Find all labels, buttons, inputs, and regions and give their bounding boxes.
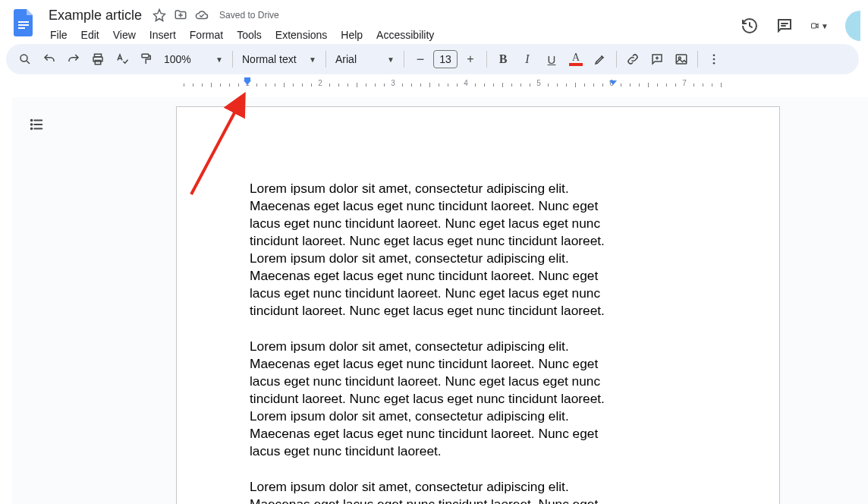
font-value: Arial	[335, 53, 357, 65]
menu-accessibility[interactable]: Accessibility	[370, 26, 440, 44]
more-icon[interactable]	[703, 48, 725, 71]
search-menus-icon[interactable]	[14, 48, 36, 71]
title-area: Example article Saved to Drive File Edit…	[44, 6, 440, 46]
menu-extensions[interactable]: Extensions	[269, 26, 333, 44]
toolbar: 100% ▼ Normal text ▼ Arial ▼ − 13 + B I …	[6, 44, 859, 74]
menu-tools[interactable]: Tools	[231, 26, 268, 44]
svg-rect-3	[812, 24, 816, 28]
style-value: Normal text	[242, 53, 297, 65]
style-select[interactable]: Normal text ▼	[237, 48, 321, 71]
insert-image-icon[interactable]	[670, 48, 693, 71]
decrease-font-icon[interactable]: −	[409, 48, 432, 71]
print-icon[interactable]	[86, 48, 109, 71]
docs-logo[interactable]	[9, 8, 39, 38]
app-header: Example article Saved to Drive File Edit…	[0, 0, 868, 44]
separator	[404, 51, 404, 68]
ruler-number: 2	[318, 79, 322, 87]
document-title[interactable]: Example article	[44, 8, 146, 24]
caret-icon: ▼	[309, 55, 316, 64]
svg-point-15	[31, 124, 33, 125]
undo-icon[interactable]	[38, 48, 61, 71]
underline-button[interactable]: U	[540, 48, 563, 71]
separator	[616, 51, 617, 68]
comments-icon[interactable]	[775, 17, 794, 35]
paragraph[interactable]: Lorem ipsum dolor sit amet, consectetur …	[250, 180, 614, 320]
meet-icon[interactable]: ▼	[810, 17, 829, 35]
svg-rect-2	[18, 27, 25, 29]
document-page[interactable]: Lorem ipsum dolor sit amet, consectetur …	[176, 106, 780, 504]
svg-rect-1	[18, 24, 29, 26]
svg-point-11	[713, 54, 715, 56]
svg-rect-0	[18, 21, 29, 23]
workspace: Lorem ipsum dolor sit amet, consectetur …	[12, 97, 868, 504]
insert-link-icon[interactable]	[621, 48, 644, 71]
increase-font-icon[interactable]: +	[459, 48, 482, 71]
caret-icon: ▼	[215, 55, 223, 64]
font-size-input[interactable]: 13	[433, 50, 458, 68]
horizontal-ruler[interactable]: 1234567	[0, 79, 868, 94]
bold-button[interactable]: B	[492, 48, 514, 71]
zoom-value: 100%	[164, 53, 191, 65]
cloud-icon[interactable]	[195, 8, 209, 22]
header-right: ▼	[741, 6, 859, 41]
ruler-number: 3	[391, 79, 395, 87]
account-avatar[interactable]	[845, 11, 860, 41]
separator	[697, 51, 698, 68]
menu-format[interactable]: Format	[184, 26, 229, 44]
svg-rect-9	[676, 55, 687, 64]
svg-point-4	[20, 55, 27, 61]
highlight-button[interactable]	[589, 48, 612, 71]
history-icon[interactable]	[741, 17, 759, 35]
ruler-number: 7	[682, 79, 687, 87]
svg-point-13	[713, 62, 715, 65]
ruler-number: 4	[464, 79, 468, 87]
move-icon[interactable]	[174, 8, 187, 22]
zoom-select[interactable]: 100% ▼	[159, 48, 228, 71]
right-indent-marker[interactable]	[609, 80, 617, 85]
italic-button[interactable]: I	[516, 48, 539, 71]
separator	[326, 51, 326, 68]
svg-rect-8	[142, 54, 149, 58]
separator	[232, 51, 233, 68]
font-select[interactable]: Arial ▼	[331, 48, 399, 71]
redo-icon[interactable]	[62, 48, 85, 71]
menu-help[interactable]: Help	[335, 26, 369, 44]
spellcheck-icon[interactable]	[111, 48, 134, 71]
star-icon[interactable]	[153, 8, 166, 22]
text-color-button[interactable]: A	[565, 48, 587, 71]
separator	[486, 51, 487, 68]
menu-insert[interactable]: Insert	[143, 26, 182, 44]
svg-point-12	[713, 58, 715, 61]
paint-format-icon[interactable]	[135, 48, 158, 71]
menu-edit[interactable]: Edit	[75, 26, 105, 44]
page-content[interactable]: Lorem ipsum dolor sit amet, consectetur …	[177, 107, 779, 504]
menu-view[interactable]: View	[107, 26, 142, 44]
ruler-number: 5	[536, 79, 541, 87]
menu-bar: File Edit View Insert Format Tools Exten…	[44, 24, 440, 46]
paragraph[interactable]: Lorem ipsum dolor sit amet, consectetur …	[250, 338, 614, 460]
add-comment-icon[interactable]	[646, 48, 668, 71]
paragraph[interactable]: Lorem ipsum dolor sit amet, consectetur …	[250, 478, 614, 504]
saved-status: Saved to Drive	[219, 10, 279, 20]
caret-icon: ▼	[387, 55, 395, 64]
svg-point-16	[31, 128, 33, 130]
menu-file[interactable]: File	[44, 26, 74, 44]
left-indent-marker[interactable]	[244, 80, 251, 85]
outline-toggle-icon[interactable]	[26, 114, 47, 135]
svg-point-14	[31, 120, 33, 121]
